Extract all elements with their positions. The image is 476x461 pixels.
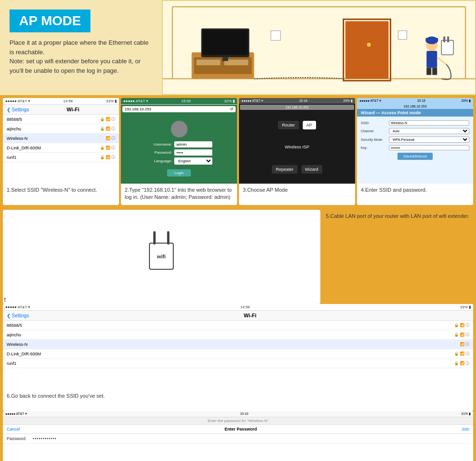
step-6-nav: ❮ Settings Wi-Fi bbox=[3, 311, 473, 321]
wireless-isp-label: Wireless ISP bbox=[244, 145, 350, 149]
nav-back-1: ❮ Settings bbox=[7, 107, 29, 112]
step-1-nav: ❮ Settings Wi-Fi bbox=[3, 105, 119, 115]
steps-row-1: ●●●●● AT&T ▾ 14:58 33% ▮ ❮ Settings Wi-F… bbox=[0, 95, 476, 208]
key-input[interactable] bbox=[389, 145, 469, 150]
wizard-btn[interactable]: Wizard bbox=[301, 165, 322, 174]
ssid-input[interactable] bbox=[389, 120, 469, 126]
channel-field: Channel: Auto bbox=[361, 128, 469, 134]
wizard-title: Wizard — Access Point mode bbox=[357, 109, 473, 117]
step-7-status: ●●●●● AT&T ▾ 15:10 31% ▮ bbox=[3, 411, 473, 417]
status-time: 15:00 bbox=[181, 99, 191, 103]
security-select[interactable]: WPA-Personal bbox=[389, 137, 469, 143]
status-battery: 33% ▮ bbox=[460, 305, 471, 309]
wifi-item: aijinchu 🔒 📶 ⓘ bbox=[3, 330, 473, 340]
wifi-icons: 🔒 📶 ⓘ bbox=[100, 145, 115, 150]
wifi-item: runf1 🔒 📶 ⓘ bbox=[3, 153, 119, 162]
step-2-caption: 2.Type "192.168.10.1" into the web brows… bbox=[121, 184, 237, 205]
wizard-form: SSID: Channel: Auto Security Mode: bbox=[357, 117, 473, 184]
step-7-screen: ●●●●● AT&T ▾ 15:10 31% ▮ Enter the passw… bbox=[3, 411, 473, 461]
status-left: ●●●●● AT&T ▾ bbox=[123, 99, 148, 103]
pwd-join-btn[interactable]: Join bbox=[461, 427, 469, 432]
svg-rect-23 bbox=[432, 68, 437, 75]
step-2-screen: ●●●●● AT&T ▾ 15:00 32% ▮ 192.168.10.253 … bbox=[121, 98, 237, 184]
step-7-password: ●●●●● AT&T ▾ 15:10 31% ▮ Enter the passw… bbox=[3, 411, 473, 461]
wifi-icons: 🔒 📶 ⓘ bbox=[454, 332, 469, 337]
svg-rect-13 bbox=[346, 21, 389, 78]
svg-rect-28 bbox=[153, 231, 156, 245]
svg-rect-17 bbox=[441, 40, 453, 55]
step-1-caption: 1.Select SSID "Wireless-N" to connect. bbox=[3, 184, 119, 205]
top-section: AP MODE Place it at a proper place where… bbox=[0, 0, 476, 95]
username-label: Username: bbox=[146, 142, 172, 147]
wifi-item: D-Link_DIR-600M 🔒 📶 ⓘ bbox=[3, 143, 119, 153]
pwd-cancel-btn[interactable]: Cancel bbox=[7, 427, 20, 432]
key-field: Key: bbox=[361, 145, 469, 150]
status-time: 15:18 bbox=[299, 99, 307, 103]
nav-back-6: ❮ Settings bbox=[7, 313, 29, 318]
wifi-name-selected: Wireless-N bbox=[7, 342, 460, 347]
password-input[interactable] bbox=[174, 149, 212, 156]
repeater-btn[interactable]: Repeater bbox=[272, 165, 297, 174]
extender-svg: wifi bbox=[133, 217, 190, 288]
wifi-icons: 📶 ⓘ bbox=[460, 342, 469, 347]
step-2-login: ●●●●● AT&T ▾ 15:00 32% ▮ 192.168.10.253 … bbox=[121, 98, 237, 184]
wifi-name: aijinchu bbox=[7, 333, 454, 337]
status-left: ●●●●● AT&T ▾ bbox=[5, 305, 30, 309]
status-time: 15:19 bbox=[417, 99, 426, 103]
top-left-panel: AP MODE Place it at a proper place where… bbox=[0, 0, 162, 95]
language-select[interactable]: English bbox=[174, 157, 212, 165]
svg-rect-19 bbox=[447, 37, 449, 42]
step-6-status: ●●●●● AT&T ▾ 14:58 33% ▮ bbox=[3, 304, 473, 311]
channel-label: Channel: bbox=[361, 129, 387, 133]
step-3-status: ●●●●● AT&T ▾ 15:18 28% ▮ bbox=[239, 98, 355, 104]
password-field-label: Password bbox=[7, 436, 33, 441]
refresh-icon: ↺ bbox=[230, 107, 233, 111]
status-battery: 32% ▮ bbox=[224, 99, 235, 103]
step-3-card: ●●●●● AT&T ▾ 15:18 28% ▮ 192.168.10.253 … bbox=[239, 98, 355, 205]
channel-select[interactable]: Auto bbox=[389, 128, 469, 134]
top-illustration bbox=[162, 0, 476, 95]
wifi-item: D-Link_DIR-600M 🔒 📶 ⓘ bbox=[3, 349, 473, 359]
wifi-item: aijinchu 🔒 📶 ⓘ bbox=[3, 124, 119, 134]
status-battery: 28% ▮ bbox=[343, 99, 353, 103]
login-url-bar: 192.168.10.253 ↺ bbox=[122, 106, 236, 112]
steps-container-1: ●●●●● AT&T ▾ 14:58 33% ▮ ❮ Settings Wi-F… bbox=[3, 98, 473, 205]
wifi-item: runf1 🔒 📶 ⓘ bbox=[3, 359, 473, 368]
login-username-field: Username: bbox=[146, 141, 212, 147]
security-label: Security Mode: bbox=[361, 138, 387, 141]
status-battery: 31% ▮ bbox=[461, 412, 471, 416]
save-reboot-button[interactable]: Save&Reboot bbox=[397, 153, 432, 160]
ap-btn[interactable]: AP bbox=[303, 121, 316, 129]
step-2-status: ●●●●● AT&T ▾ 15:00 32% ▮ bbox=[121, 98, 237, 105]
language-label: Language: bbox=[146, 159, 172, 163]
username-input[interactable] bbox=[174, 141, 212, 147]
step-5-caption: 5.Cable LAN port of your router with LAN… bbox=[322, 210, 473, 304]
wifi-icons: 📶 ⓘ bbox=[106, 136, 115, 141]
status-left: ●●●●● AT&T ▾ bbox=[241, 99, 263, 103]
step-1-card: ●●●●● AT&T ▾ 14:58 33% ▮ ❮ Settings Wi-F… bbox=[3, 98, 119, 205]
step-3-screen: ●●●●● AT&T ▾ 15:18 28% ▮ 192.168.10.253 … bbox=[239, 98, 355, 184]
ssid-field: SSID: bbox=[361, 120, 469, 126]
router-btn[interactable]: Router bbox=[278, 121, 298, 129]
wifi-name: D-Link_DIR-600M bbox=[7, 146, 100, 150]
nav-title-1: Wi-Fi bbox=[31, 107, 115, 112]
login-button[interactable]: Login bbox=[167, 169, 191, 177]
svg-rect-16 bbox=[398, 31, 407, 39]
step-4-wizard: ●●●●● AT&T ▾ 15:19 28% ▮ 192.168.10.253 … bbox=[357, 98, 473, 184]
wifi-icons: 🔒 📶 ⓘ bbox=[100, 155, 115, 160]
svg-rect-22 bbox=[426, 68, 431, 75]
login-language-field: Language: English bbox=[146, 157, 212, 165]
ap-mode-badge: AP MODE bbox=[10, 10, 90, 32]
step-6-card: ●●●●● AT&T ▾ 14:58 33% ▮ ❮ Settings Wi-F… bbox=[3, 304, 473, 411]
svg-rect-12 bbox=[271, 31, 280, 40]
login-avatar bbox=[171, 121, 188, 137]
wifi-name-selected: Wireless-N bbox=[7, 136, 106, 141]
svg-rect-7 bbox=[197, 59, 220, 65]
step-7-card: ●●●●● AT&T ▾ 15:10 31% ▮ Enter the passw… bbox=[3, 411, 473, 461]
wifi-name: D-Link_DIR-600M bbox=[7, 352, 454, 356]
status-battery: 28% ▮ bbox=[461, 99, 471, 103]
pwd-prompt: Enter the password for "Wireless-N" bbox=[3, 417, 473, 425]
wifi-name: 88568/5 bbox=[7, 117, 100, 122]
step-1-status: ●●●●● AT&T ▾ 14:58 33% ▮ bbox=[3, 98, 119, 105]
svg-rect-14 bbox=[367, 43, 371, 47]
